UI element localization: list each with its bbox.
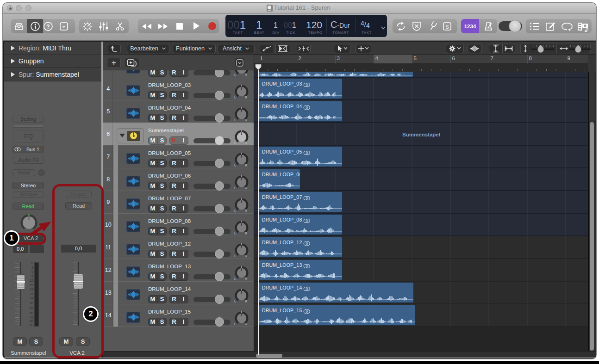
svg-text:S: S: [445, 24, 449, 30]
svg-text:?: ?: [46, 24, 50, 30]
